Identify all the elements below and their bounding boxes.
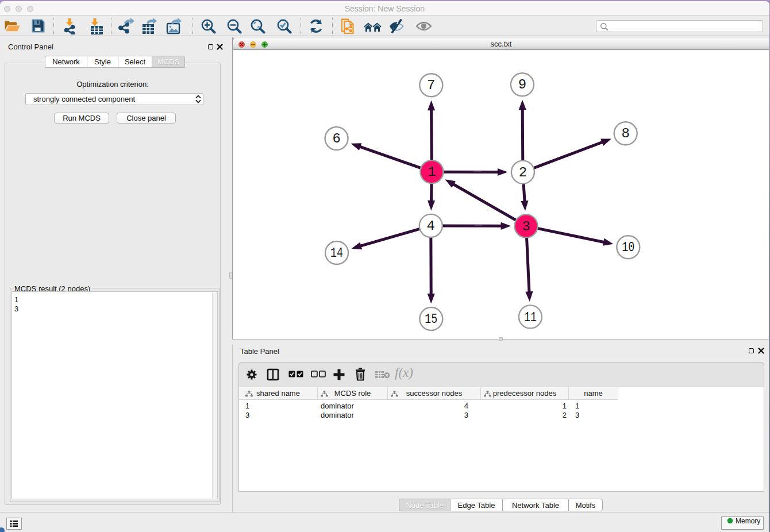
svg-text:9: 9 bbox=[518, 77, 526, 92]
svg-text:7: 7 bbox=[427, 78, 435, 93]
svg-text:10: 10 bbox=[622, 240, 634, 255]
svg-text:1: 1 bbox=[428, 164, 436, 180]
svg-text:2: 2 bbox=[519, 165, 527, 180]
svg-text:8: 8 bbox=[621, 126, 629, 141]
svg-text:14: 14 bbox=[330, 245, 343, 261]
svg-text:6: 6 bbox=[332, 131, 340, 147]
svg-text:15: 15 bbox=[425, 311, 437, 327]
svg-text:4: 4 bbox=[427, 218, 435, 234]
svg-text:11: 11 bbox=[524, 310, 537, 325]
svg-text:3: 3 bbox=[522, 219, 530, 234]
